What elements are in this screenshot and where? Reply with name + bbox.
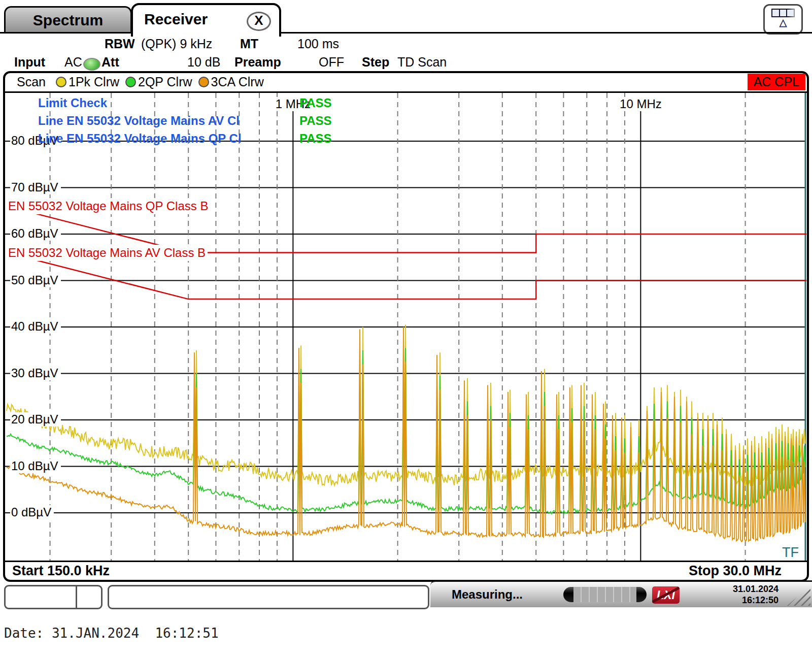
close-tab-icon[interactable]: X <box>247 12 271 31</box>
trace-legend-label: 3CA Clrw <box>211 75 264 89</box>
resize-grip[interactable] <box>787 585 810 606</box>
transducer-factor-label: TF <box>782 545 799 561</box>
field-divider <box>76 586 77 608</box>
frequency-axis-bar: Start 150.0 kHz Stop 30.0 MHz <box>5 561 807 580</box>
trace-legend-item[interactable]: 1Pk Clrw <box>56 75 119 89</box>
window-arrange-icon <box>771 9 795 17</box>
att-value[interactable]: 10 dB <box>187 55 220 70</box>
trace-legend-item[interactable]: 2QP Clrw <box>125 75 192 89</box>
spectrum-chart <box>5 93 807 561</box>
limit-check-result: PASS <box>299 96 332 110</box>
limit-check-label: Line EN 55032 Voltage Mains QP Cl <box>38 132 242 146</box>
plot-area: 80 dBµV70 dBµV60 dBµV50 dBµV40 dBµV30 dB… <box>5 93 807 561</box>
status-text: Measuring... <box>452 582 523 607</box>
entry-field-main[interactable] <box>108 585 429 609</box>
trace-legend-item[interactable]: 3CA Clrw <box>198 75 264 89</box>
measurement-progress-bar <box>563 587 647 602</box>
trace-color-dot-icon <box>125 77 136 87</box>
y-axis-tick-label: 50 dBµV <box>10 273 61 287</box>
scan-title: Scan <box>17 75 46 89</box>
trace-legend-label: 2QP Clrw <box>138 75 192 89</box>
settings-row-2: Input AC Att 10 dB Preamp OFF Step TD Sc… <box>0 55 812 72</box>
status-date: 31.01.2024 <box>733 583 779 595</box>
y-axis-tick-label: 30 dBµV <box>10 366 61 380</box>
rbw-label[interactable]: RBW <box>105 37 135 51</box>
limit-check-result: PASS <box>299 132 332 146</box>
x-axis-tick-label: 10 MHz <box>618 97 664 111</box>
trace-color-dot-icon <box>56 77 66 87</box>
tab-receiver-label: Receiver <box>144 11 208 27</box>
limit-check-result: PASS <box>299 114 332 128</box>
status-time: 16:12:50 <box>733 595 779 606</box>
step-label[interactable]: Step <box>362 55 389 70</box>
progress-cells <box>573 587 636 602</box>
step-value[interactable]: TD Scan <box>397 55 447 70</box>
tab-spectrum[interactable]: Spectrum <box>4 6 132 34</box>
y-axis-tick-label: 0 dBµV <box>10 505 54 519</box>
scan-header-bar: Scan 1Pk Clrw2QP Clrw3CA Clrw AC CPL <box>5 73 807 93</box>
stop-frequency[interactable]: Stop 30.0 MHz <box>689 563 782 579</box>
y-axis-tick-label: 70 dBµV <box>10 180 61 194</box>
limit-check-label: Line EN 55032 Voltage Mains AV Cl <box>38 114 240 128</box>
tab-divider-line <box>0 32 812 34</box>
preamp-value[interactable]: OFF <box>319 55 344 70</box>
mt-label[interactable]: MT <box>240 37 258 51</box>
coupling-badge: AC CPL <box>748 74 805 90</box>
start-frequency[interactable]: Start 150.0 kHz <box>12 563 110 579</box>
y-axis-tick-label: 40 dBµV <box>10 319 61 334</box>
limit-line-label: EN 55032 Voltage Mains AV Class B <box>6 245 208 261</box>
preamp-label[interactable]: Preamp <box>234 55 281 70</box>
measurement-window: Scan 1Pk Clrw2QP Clrw3CA Clrw AC CPL 80 … <box>3 71 809 582</box>
entry-field-left[interactable] <box>4 585 103 609</box>
status-bar: Measuring... LXI 31.01.2024 16:12:50 <box>430 580 812 607</box>
rbw-value[interactable]: (QPK) 9 kHz <box>141 37 212 51</box>
trace-legend-label: 1Pk Clrw <box>69 75 119 89</box>
input-led-icon <box>83 58 100 71</box>
lxi-status-icon: LXI <box>652 586 680 604</box>
progress-cap-left <box>563 587 573 602</box>
hardcopy-date: Date: 31.JAN.2024 16:12:51 <box>4 626 219 641</box>
progress-cap-right <box>636 587 647 602</box>
limit-check-label: Limit Check <box>38 96 107 110</box>
y-axis-tick-label: 20 dBµV <box>10 412 61 427</box>
trace-legend: 1Pk Clrw2QP Clrw3CA Clrw <box>56 75 270 89</box>
y-axis-tick-label: 10 dBµV <box>10 459 61 473</box>
triangle-icon: △ <box>765 17 801 28</box>
input-label[interactable]: Input <box>14 55 45 70</box>
input-value[interactable]: AC <box>64 55 82 70</box>
y-axis-tick-label: 60 dBµV <box>10 226 61 241</box>
status-datetime: 31.01.2024 16:12:50 <box>733 583 779 606</box>
limit-line-label: EN 55032 Voltage Mains QP Class B <box>6 198 210 214</box>
display-layout-button[interactable]: △ <box>763 4 803 35</box>
mt-value[interactable]: 100 ms <box>297 37 339 51</box>
settings-row-1: RBW (QPK) 9 kHz MT 100 ms <box>0 37 812 54</box>
tab-receiver[interactable]: Receiver X <box>131 3 281 37</box>
att-label[interactable]: Att <box>101 55 119 70</box>
trace-color-dot-icon <box>198 77 209 87</box>
